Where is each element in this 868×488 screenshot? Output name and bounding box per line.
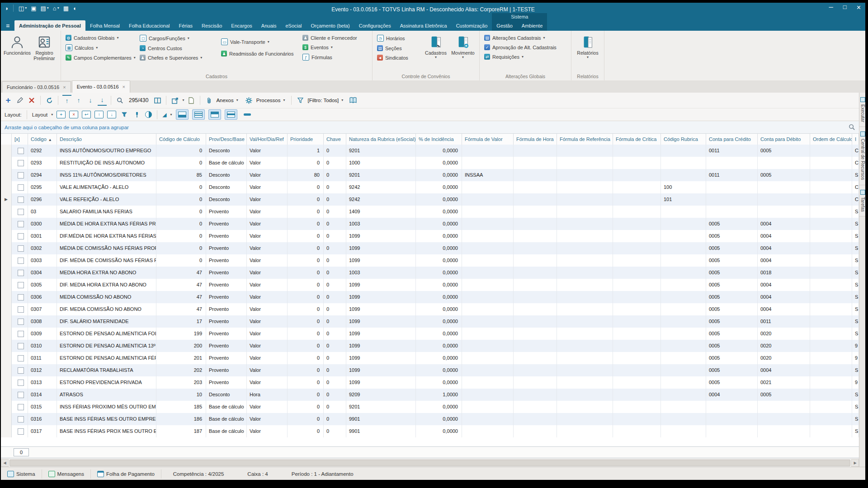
grid-search-icon[interactable] [849,124,855,132]
relatorios-button[interactable]: Relatórios ▾ [574,32,601,59]
column-header-c_credito[interactable]: Conta para Crédito [706,134,758,145]
panel-bottom-toggle[interactable] [176,109,189,120]
menu-tab-f-rias[interactable]: Férias [175,20,198,31]
tab-funcionario[interactable]: Funcionário - 03.0.0516 × [2,81,71,93]
table-row[interactable]: 0302MÉDIA DE COMISSÃO NAS FÉRIAS PROP...… [1,242,859,254]
menu-tab-folha-educacional[interactable]: Folha Educacional [124,20,175,31]
panel-top-toggle[interactable] [208,109,221,120]
table-row[interactable]: 0292INSS AUTÔNOMOS/OUTRO EMPREGO0Descont… [1,145,859,157]
column-header-descricao[interactable]: Descrição [57,134,156,145]
table-row[interactable]: 0310ESTORNO DE PENSAO ALIMENTICIA 13º ..… [1,340,859,352]
go-previous-button[interactable]: ↑ [74,95,83,105]
column-header-natureza[interactable]: Natureza da Rubrica (eSocial) [346,134,416,145]
row-checkbox[interactable] [18,355,24,361]
conditional-format-icon[interactable] [145,111,152,118]
group-by-bar[interactable]: Arraste aqui o cabeçalho de uma coluna p… [1,121,865,134]
refresh-button[interactable] [45,95,54,105]
table-row[interactable]: 0311ESTORNO DE PENSAO ALIMENTICIA FÉRI..… [1,352,859,364]
table-row[interactable]: ▶0296VALE REFEIÇÃO - ALELO0DescontoValor… [1,193,859,206]
column-header-f_valor[interactable]: Fórmula de Valor [462,134,514,145]
row-checkbox[interactable] [18,392,24,398]
column-header-codigo[interactable]: Código▲ [28,134,57,145]
layout-delete-icon[interactable]: × [69,111,78,118]
menu-tab-esocial[interactable]: eSocial [281,20,306,31]
row-checkbox[interactable] [18,160,24,166]
row-checkbox[interactable] [18,428,24,435]
table-row[interactable]: 0303DIF. MÉDIA DE COMISSÃO NAS FÉRIAS P.… [1,254,859,267]
eventos-item[interactable]: $Eventos▾ [302,44,366,50]
readmissao-item[interactable]: ♟Readmissão de Funcionários [221,51,297,56]
registro-preliminar-button[interactable]: Registro Preliminar [31,32,58,61]
layout-import-icon[interactable]: ↓ [107,111,116,118]
menu-tab-or-amento-beta[interactable]: Orçamento (beta) [307,20,354,31]
alteracoes-cadastrais-item[interactable]: ▤Alterações Cadastrais▾ [484,35,565,41]
column-header-prioridade[interactable]: Prioridade [288,134,324,145]
column-header-ordem[interactable]: Ordem de Cálculo [810,134,852,145]
row-checkbox[interactable] [18,380,24,386]
anexos-button[interactable]: Anexos [216,98,233,103]
row-checkbox[interactable] [18,221,24,227]
cliente-fornecedor-item[interactable]: ♟Cliente e Fornecedor [302,35,366,41]
table-row[interactable]: 0316BASE INSS FÉRIAS MES OUTRO EMPREG...… [1,413,859,425]
status-mensagens[interactable]: Mensagens [42,469,91,479]
table-row[interactable]: 0308DIF. SALÁRIO MATERNIDADE17ProventoVa… [1,315,859,328]
row-checkbox[interactable] [18,197,24,203]
row-checkbox[interactable] [18,270,24,276]
table-row[interactable]: 0317BASE INSS FÉRIAS PROX MES OUTRO EM..… [1,425,859,437]
close-tab-icon[interactable]: × [63,84,66,90]
edit-record-button[interactable] [15,95,24,105]
collapse-panel-icon[interactable] [244,113,251,116]
secoes-item[interactable]: ▤Seções [377,45,419,51]
table-row[interactable]: 0307DIF. MEDIA COMISSÃO NO ABONO47Proven… [1,303,859,315]
table-row[interactable]: 0312RECLAMATÓRIA TRABALHISTA202ProventoV… [1,364,859,376]
status-sistema[interactable]: Sistema [1,469,42,479]
panel-middle-toggle[interactable] [225,109,237,120]
menu-tab-administra-o-de-pessoal[interactable]: Administração de Pessoal [14,20,85,31]
file-menu-icon[interactable]: ≡ [1,20,14,31]
row-checkbox[interactable] [18,172,24,178]
layout-export-icon[interactable]: ↑ [94,111,104,118]
table-row[interactable]: 0294INSS 11% AUTÔNOMOS/DIRETORES85Descon… [1,169,859,181]
panel-rows-toggle[interactable] [192,109,205,120]
movimento-button[interactable]: Movimento ▾ [449,32,476,59]
column-header-extra[interactable]: I [852,134,859,145]
row-checkbox[interactable] [18,209,24,215]
search-icon[interactable] [115,95,124,105]
add-record-button[interactable]: + [4,95,13,105]
horizontal-scrollbar[interactable]: ◀ ▶ [1,459,859,467]
table-row[interactable]: 03SALARIO FAMILIA NAS FERIAS0ProventoVal… [1,206,859,218]
column-header-chave[interactable]: Chave [324,134,346,145]
go-last-button[interactable]: ↓ [98,95,107,106]
funcionarios-button[interactable]: Funcionários [4,32,31,56]
row-checkbox[interactable] [18,343,24,349]
scroll-left-icon[interactable]: ◀ [1,459,9,467]
export-grid-icon[interactable] [170,95,179,105]
side-tab-tarefas[interactable]: Tarefas [859,185,865,217]
horarios-item[interactable]: ◷Horários [377,35,419,42]
formulas-item[interactable]: ƒFórmulas [302,54,366,61]
campos-complementares-item[interactable]: ✎Campos Complementares▾ [66,55,134,61]
table-row[interactable]: 0293RESTITUIÇÃO DE INSS AUTONOMO0Base de… [1,157,859,169]
document-icon[interactable] [187,95,196,105]
table-row[interactable]: 0300MÉDIA DE HORA EXTRA NAS FÉRIAS PRO..… [1,218,859,230]
sindicatos-item[interactable]: ◄Sindicatos [377,55,419,61]
menu-tab-folha-mensal[interactable]: Folha Mensal [85,20,124,31]
menu-tab-gest-o[interactable]: Gestão [492,20,517,31]
aprovacao-alt-cadastrais-item[interactable]: ✓Aprovação de Alt. Cadastrais [484,44,565,50]
pin-icon[interactable] [132,110,142,120]
column-chooser-icon[interactable] [153,95,162,105]
column-header-f_ref[interactable]: Fórmula de Referência [557,134,613,145]
row-checkbox[interactable] [18,148,24,154]
column-header-f_hora[interactable]: Fórmula de Hora [514,134,557,145]
cadastros-globais-item[interactable]: ◍Cadastros Globais▾ [66,35,134,41]
row-checkbox[interactable] [18,319,24,325]
row-checkbox[interactable] [18,416,24,422]
table-row[interactable]: 0309ESTORNO DE PENSAO ALIMENTICIA FOLHA1… [1,328,859,340]
chart-icon[interactable]: ◢ [162,112,166,118]
centros-custos-item[interactable]: ◔Centros Custos [140,45,216,51]
row-checkbox[interactable] [18,306,24,313]
calculos-item[interactable]: ▦Cálculos▾ [66,44,134,51]
cadastros-convenio-button[interactable]: Cadastros ▾ [422,32,449,59]
layout-filter-icon[interactable] [120,110,129,120]
row-checkbox[interactable] [18,404,24,410]
